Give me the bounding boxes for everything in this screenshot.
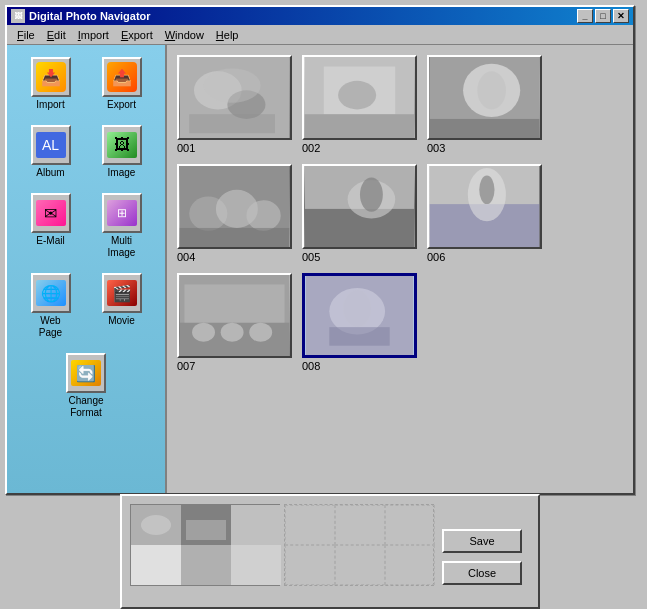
svg-rect-8 — [305, 114, 415, 138]
menu-export[interactable]: Export — [115, 27, 159, 43]
album-label: Album — [36, 167, 64, 179]
album-icon: AL — [33, 128, 69, 162]
email-icon-box: ✉ — [31, 193, 71, 233]
svg-rect-28 — [184, 285, 284, 323]
menu-import[interactable]: Import — [72, 27, 115, 43]
close-button[interactable]: ✕ — [613, 9, 629, 23]
maximize-button[interactable]: □ — [595, 9, 611, 23]
image-icon-box: 🖼 — [102, 125, 142, 165]
multi-image-icon-box: ⊞ — [102, 193, 142, 233]
sidebar-row-5: 🔄 ChangeFormat — [15, 349, 157, 423]
menu-help[interactable]: Help — [210, 27, 245, 43]
dashed-cell-6 — [385, 545, 435, 585]
sidebar-email-button[interactable]: ✉ E-Mail — [18, 189, 83, 263]
menu-edit[interactable]: Edit — [41, 27, 72, 43]
image-label: Image — [108, 167, 136, 179]
sidebar-row-1: 📥 Import 📤 Export — [15, 53, 157, 115]
multi-image-label: MultiImage — [108, 235, 136, 259]
minimize-button[interactable]: _ — [577, 9, 593, 23]
dialog-buttons: Save Close — [442, 496, 542, 607]
web-page-label: WebPage — [39, 315, 62, 339]
thumbnail-3 — [231, 505, 281, 545]
sidebar-export-button[interactable]: 📤 Export — [89, 53, 154, 115]
sidebar-row-3: ✉ E-Mail ⊞ MultiImage — [15, 189, 157, 263]
photo-item-005[interactable]: 005 — [302, 164, 417, 263]
export-label: Export — [107, 99, 136, 111]
sidebar-import-button[interactable]: 📥 Import — [18, 53, 83, 115]
svg-point-37 — [141, 515, 171, 535]
photo-thumb-008[interactable] — [302, 273, 417, 358]
movie-icon-box: 🎬 — [102, 273, 142, 313]
svg-point-30 — [221, 323, 244, 342]
photo-thumb-007[interactable] — [177, 273, 292, 358]
photo-label-007: 007 — [177, 360, 292, 372]
sidebar-image-button[interactable]: 🖼 Image — [89, 121, 154, 183]
title-bar: 🖼 Digital Photo Navigator _ □ ✕ — [7, 7, 633, 25]
photo-item-001[interactable]: 001 — [177, 55, 292, 154]
sidebar-album-button[interactable]: AL Album — [18, 121, 83, 183]
sidebar-row-2: AL Album 🖼 Image — [15, 121, 157, 183]
photo-item-008[interactable]: 008 — [302, 273, 417, 372]
menu-window[interactable]: Window — [159, 27, 210, 43]
web-page-icon: 🌐 — [33, 276, 69, 310]
svg-point-25 — [479, 176, 494, 205]
photo-thumb-004[interactable] — [177, 164, 292, 249]
svg-rect-39 — [186, 520, 226, 540]
menu-file[interactable]: File — [11, 27, 41, 43]
photo-item-003[interactable]: 003 — [427, 55, 542, 154]
export-icon: 📤 — [104, 60, 140, 94]
thumbnail-1 — [131, 505, 181, 545]
movie-label: Movie — [108, 315, 135, 327]
window-title: Digital Photo Navigator — [29, 10, 577, 22]
photo-item-004[interactable]: 004 — [177, 164, 292, 263]
thumbnail-area — [122, 496, 442, 607]
photo-item-002[interactable]: 002 — [302, 55, 417, 154]
photo-thumb-005[interactable] — [302, 164, 417, 249]
sidebar: 📥 Import 📤 Export — [7, 45, 167, 493]
dashed-cell-3 — [385, 505, 435, 545]
sidebar-multi-image-button[interactable]: ⊞ MultiImage — [89, 189, 154, 263]
dialog-content: Save Close — [122, 496, 538, 607]
import-icon-box: 📥 — [31, 57, 71, 97]
thumbnail-grid — [130, 504, 280, 586]
import-icon: 📥 — [33, 60, 69, 94]
svg-point-21 — [360, 177, 383, 211]
movie-icon: 🎬 — [104, 276, 140, 310]
dashed-cell-5 — [335, 545, 385, 585]
save-button[interactable]: Save — [442, 529, 522, 553]
photo-thumb-003[interactable] — [427, 55, 542, 140]
photo-thumb-002[interactable] — [302, 55, 417, 140]
svg-point-35 — [343, 290, 371, 327]
app-icon: 🖼 — [11, 9, 25, 23]
dashed-cell-1 — [285, 505, 335, 545]
multi-image-icon: ⊞ — [104, 196, 140, 230]
svg-rect-17 — [180, 228, 290, 247]
import-label: Import — [36, 99, 64, 111]
close-button[interactable]: Close — [442, 561, 522, 585]
photo-label-001: 001 — [177, 142, 292, 154]
photo-item-007[interactable]: 007 — [177, 273, 292, 372]
svg-point-16 — [246, 200, 280, 230]
change-format-label: ChangeFormat — [68, 395, 103, 419]
dashed-cell-2 — [335, 505, 385, 545]
sidebar-movie-button[interactable]: 🎬 Movie — [89, 269, 154, 343]
photo-thumb-006[interactable] — [427, 164, 542, 249]
svg-point-7 — [338, 81, 376, 110]
svg-point-11 — [477, 71, 506, 109]
svg-point-29 — [192, 323, 215, 342]
sidebar-change-format-button[interactable]: 🔄 ChangeFormat — [54, 349, 119, 423]
change-format-icon: 🔄 — [68, 356, 104, 390]
photo-thumb-001[interactable] — [177, 55, 292, 140]
photo-item-006[interactable]: 006 — [427, 164, 542, 263]
content-area: 📥 Import 📤 Export — [7, 45, 633, 493]
sidebar-row-4: 🌐 WebPage 🎬 Movie — [15, 269, 157, 343]
photo-label-008: 008 — [302, 360, 417, 372]
export-icon-box: 📤 — [102, 57, 142, 97]
photo-label-006: 006 — [427, 251, 542, 263]
dashed-cell-4 — [285, 545, 335, 585]
photo-label-003: 003 — [427, 142, 542, 154]
sidebar-web-page-button[interactable]: 🌐 WebPage — [18, 269, 83, 343]
thumbnail-6 — [231, 545, 281, 585]
svg-point-4 — [204, 68, 261, 102]
menubar: File Edit Import Export Window Help — [7, 25, 633, 45]
